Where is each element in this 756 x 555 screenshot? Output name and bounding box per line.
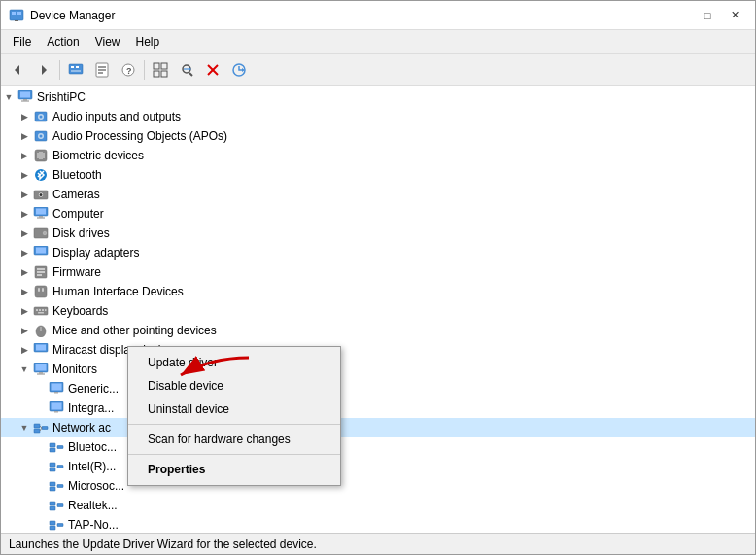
tree-item-network[interactable]: ▼ Network ac xyxy=(1,418,755,437)
integra-monitor-expand xyxy=(32,400,48,416)
display-expand: ▶ xyxy=(17,245,32,260)
close-button[interactable]: ✕ xyxy=(722,6,747,25)
tree-item-bluetooth[interactable]: ▶ Bluetooth xyxy=(1,165,755,185)
computer-item-icon xyxy=(32,206,50,222)
svg-rect-99 xyxy=(57,485,63,488)
realtek-icon xyxy=(48,498,65,513)
svg-rect-87 xyxy=(34,429,40,433)
cameras-expand: ▶ xyxy=(17,187,32,202)
mice-expand: ▶ xyxy=(17,323,32,338)
tap-icon xyxy=(48,517,65,533)
svg-rect-58 xyxy=(36,248,46,254)
tree-item-audio-inputs[interactable]: ▶ Audio inputs and outputs xyxy=(1,107,755,126)
menu-help[interactable]: Help xyxy=(128,32,168,52)
svg-rect-81 xyxy=(52,384,62,391)
ctx-disable-device[interactable]: Disable device xyxy=(128,374,340,398)
svg-rect-105 xyxy=(57,524,63,527)
toolbar-back-btn[interactable] xyxy=(5,58,30,82)
ctx-scan-hardware[interactable]: Scan for hardware changes xyxy=(128,428,340,451)
context-menu: Update driver Disable device Uninstall d… xyxy=(127,346,341,486)
svg-rect-79 xyxy=(37,374,45,375)
minimize-button[interactable]: — xyxy=(668,6,693,25)
svg-rect-86 xyxy=(34,424,40,428)
svg-rect-93 xyxy=(57,446,63,449)
svg-marker-6 xyxy=(42,65,47,75)
tree-item-monitors[interactable]: ▼ Monitors xyxy=(1,360,755,379)
tree-item-display[interactable]: ▶ Display adapters xyxy=(1,243,755,262)
tree-item-integra-monitor[interactable]: Integra... xyxy=(1,399,755,418)
bluetooth-adapter-icon xyxy=(48,439,65,455)
tree-panel[interactable]: ▼ SrishtiPC ▶ xyxy=(1,86,755,533)
svg-rect-7 xyxy=(69,64,83,74)
svg-rect-63 xyxy=(35,286,47,297)
tree-item-firmware[interactable]: ▶ Firmware xyxy=(1,262,755,282)
tree-item-bluetooth-adapter[interactable]: Bluetoc... xyxy=(1,437,755,457)
tree-item-keyboards[interactable]: ▶ Keyboards xyxy=(1,301,755,321)
svg-rect-88 xyxy=(42,427,48,430)
tree-item-tap[interactable]: TAP-No... xyxy=(1,515,755,533)
svg-point-49 xyxy=(40,193,43,196)
toolbar-help-btn[interactable]: ? xyxy=(116,58,141,82)
toolbar-remove-btn[interactable] xyxy=(200,58,225,82)
svg-rect-65 xyxy=(42,288,44,292)
tree-item-cameras[interactable]: ▶ Cameras xyxy=(1,185,755,204)
monitors-label: Monitors xyxy=(52,363,97,376)
tree-item-mice[interactable]: ▶ Mice and other pointing devices xyxy=(1,321,755,340)
menu-file[interactable]: File xyxy=(5,32,39,52)
device-manager-icon xyxy=(68,62,84,78)
tree-item-biometric[interactable]: ▶ Biometric devices xyxy=(1,146,755,165)
maximize-button[interactable]: □ xyxy=(695,6,720,25)
toolbar-forward-btn[interactable] xyxy=(31,58,56,82)
tree-item-realtek[interactable]: Realtek... xyxy=(1,496,755,515)
biometric-expand: ▶ xyxy=(17,148,32,163)
tree-item-disk[interactable]: ▶ Disk drives xyxy=(1,224,755,243)
toolbar-scan-btn[interactable] xyxy=(174,58,199,82)
svg-rect-67 xyxy=(36,309,38,311)
svg-marker-5 xyxy=(15,65,19,75)
tree-item-hid[interactable]: ▶ Human Interface Devices xyxy=(1,282,755,301)
svg-rect-75 xyxy=(36,345,46,351)
svg-rect-95 xyxy=(50,468,55,471)
title-controls: — □ ✕ xyxy=(668,6,747,25)
mice-icon xyxy=(32,323,50,338)
tree-item-computer[interactable]: ▶ Computer xyxy=(1,204,755,224)
ctx-uninstall-device[interactable]: Uninstall device xyxy=(128,398,340,421)
svg-rect-68 xyxy=(39,309,41,311)
ctx-properties[interactable]: Properties xyxy=(128,458,340,481)
toolbar-update-btn[interactable] xyxy=(226,58,252,82)
tree-root[interactable]: ▼ SrishtiPC xyxy=(1,87,755,107)
generic-monitor-label: Generic... xyxy=(68,382,119,396)
display-icon xyxy=(32,245,50,260)
toolbar-properties-btn[interactable] xyxy=(89,58,115,82)
svg-text:?: ? xyxy=(126,66,132,76)
svg-rect-8 xyxy=(71,66,74,68)
audio-inputs-expand: ▶ xyxy=(17,109,32,124)
menu-view[interactable]: View xyxy=(87,32,128,52)
intel-expand xyxy=(32,459,48,474)
ctx-update-driver[interactable]: Update driver xyxy=(128,351,340,374)
svg-rect-78 xyxy=(39,372,43,374)
svg-rect-9 xyxy=(76,66,79,68)
svg-rect-60 xyxy=(37,268,45,270)
tree-item-microsoft[interactable]: Microsoc... xyxy=(1,476,755,496)
forward-icon xyxy=(36,62,52,78)
keyboards-icon xyxy=(32,303,50,319)
svg-rect-100 xyxy=(50,502,55,505)
tree-item-intel[interactable]: Intel(R)... xyxy=(1,457,755,476)
content-area: ▼ SrishtiPC ▶ xyxy=(1,86,755,533)
toolbar-devmgr-btn[interactable] xyxy=(63,58,88,82)
bluetooth-adapter-expand xyxy=(32,439,48,455)
status-bar: Launches the Update Driver Wizard for th… xyxy=(1,533,755,554)
svg-rect-70 xyxy=(45,309,47,311)
svg-rect-31 xyxy=(23,99,27,101)
tree-item-audio-processing[interactable]: ▶ Audio Processing Objects (APOs) xyxy=(1,126,755,146)
microsoft-icon xyxy=(48,478,65,494)
svg-rect-71 xyxy=(38,312,44,314)
svg-rect-77 xyxy=(36,364,47,371)
toolbar-grid-btn[interactable] xyxy=(148,58,173,82)
tree-item-generic-monitor[interactable]: Generic... xyxy=(1,379,755,399)
tree-item-miracast[interactable]: ▶ Miracast display devices xyxy=(1,340,755,360)
svg-rect-30 xyxy=(20,92,30,98)
menu-action[interactable]: Action xyxy=(39,32,86,52)
svg-rect-94 xyxy=(50,463,55,467)
